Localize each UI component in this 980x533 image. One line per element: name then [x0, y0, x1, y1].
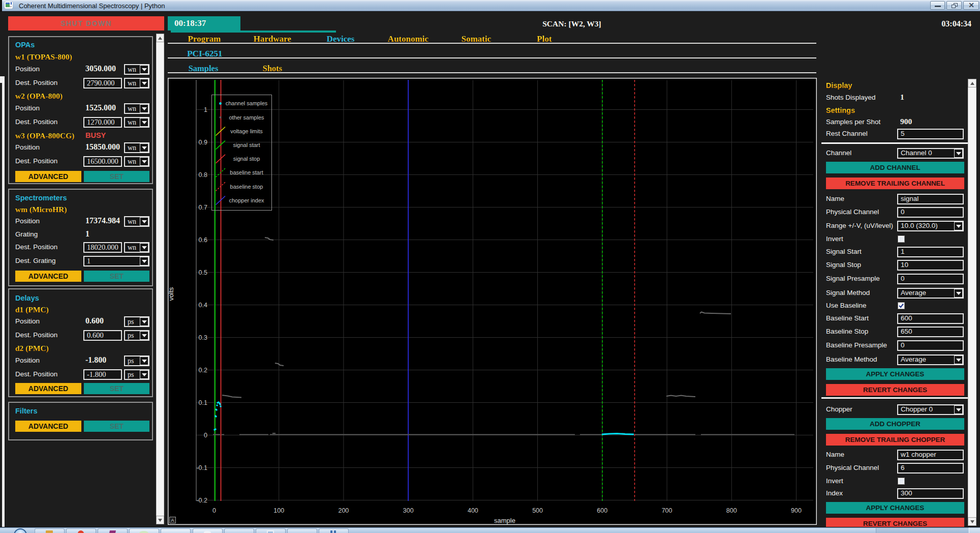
- svg-text:0: 0: [212, 507, 216, 514]
- svg-text:0.6: 0.6: [199, 236, 207, 244]
- svg-text:0.4: 0.4: [199, 302, 207, 309]
- svg-text:500: 500: [532, 507, 543, 514]
- svg-text:1: 1: [204, 106, 207, 113]
- svg-text:0.2: 0.2: [199, 367, 207, 374]
- svg-text:0.7: 0.7: [199, 204, 207, 211]
- svg-text:0.8: 0.8: [199, 171, 207, 179]
- svg-text:A: A: [171, 517, 174, 523]
- svg-text:800: 800: [726, 507, 737, 514]
- svg-text:0: 0: [204, 432, 207, 439]
- svg-text:channel samples: channel samples: [226, 100, 268, 106]
- svg-text:-0.1: -0.1: [196, 464, 207, 471]
- svg-text:100: 100: [273, 507, 284, 514]
- svg-text:other samples: other samples: [229, 114, 264, 121]
- svg-text:sample: sample: [494, 517, 515, 524]
- svg-text:signal stop: signal stop: [233, 156, 260, 162]
- svg-text:0.5: 0.5: [199, 269, 207, 276]
- svg-text:300: 300: [403, 507, 414, 514]
- svg-text:-0.2: -0.2: [196, 497, 207, 504]
- svg-text:900: 900: [791, 507, 802, 514]
- svg-text:voltage limits: voltage limits: [230, 128, 263, 134]
- svg-text:volts: volts: [168, 287, 175, 301]
- svg-text:400: 400: [468, 507, 478, 514]
- svg-text:baseline start: baseline start: [230, 169, 263, 175]
- svg-text:700: 700: [662, 507, 672, 514]
- svg-text:600: 600: [597, 507, 607, 514]
- svg-text:baseline stop: baseline stop: [230, 184, 263, 190]
- svg-text:signal start: signal start: [233, 142, 260, 148]
- svg-text:chopper index: chopper index: [229, 197, 264, 203]
- svg-text:200: 200: [338, 507, 349, 514]
- svg-text:0.3: 0.3: [199, 334, 207, 341]
- svg-text:0.1: 0.1: [199, 399, 207, 406]
- svg-text:0.9: 0.9: [199, 139, 207, 146]
